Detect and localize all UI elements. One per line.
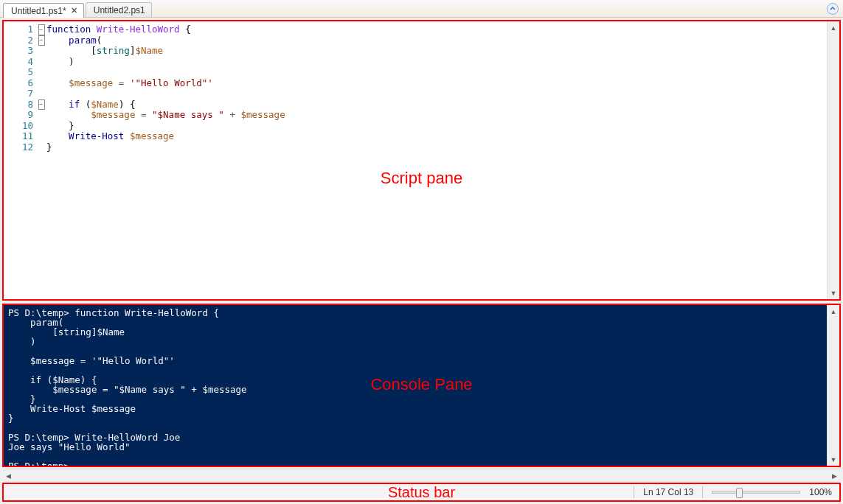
zoom-slider[interactable] [712, 491, 800, 494]
fold-toggle[interactable]: − [38, 24, 45, 35]
scroll-right-icon[interactable]: ▶ [828, 469, 841, 482]
editor-vertical-scrollbar[interactable]: ▲ ▼ [827, 21, 839, 299]
tab-untitled1[interactable]: Untitled1.ps1* ✕ [3, 3, 84, 18]
divider [702, 486, 703, 498]
scroll-left-icon[interactable]: ◀ [2, 469, 15, 482]
scroll-down-icon[interactable]: ▼ [828, 287, 839, 299]
cursor-position: Ln 17 Col 13 [643, 487, 693, 497]
scroll-track[interactable] [828, 318, 839, 453]
console-horizontal-scrollbar[interactable]: ◀ ▶ [2, 469, 841, 481]
line-number-gutter: 123456789101112 [4, 21, 36, 299]
expand-collapse-toggle[interactable] [827, 3, 839, 15]
console-vertical-scrollbar[interactable]: ▲ ▼ [827, 305, 839, 466]
code-content[interactable]: function Write-HelloWord { param( [strin… [46, 21, 827, 299]
zoom-level: 100% [809, 487, 832, 497]
code-editor[interactable]: 123456789101112 −−− function Write-Hello… [4, 21, 827, 299]
tab-label: Untitled1.ps1* [11, 6, 66, 16]
tab-untitled2[interactable]: Untitled2.ps1 [86, 2, 152, 17]
fold-toggle[interactable]: − [38, 35, 45, 46]
divider [634, 486, 634, 498]
status-bar: Status bar Ln 17 Col 13 100% [2, 483, 841, 502]
tab-label: Untitled2.ps1 [94, 5, 145, 15]
zoom-thumb[interactable] [736, 488, 743, 498]
close-icon[interactable]: ✕ [71, 6, 77, 15]
scroll-track[interactable] [15, 469, 828, 481]
tab-bar: Untitled1.ps1* ✕ Untitled2.ps1 [0, 0, 843, 18]
scroll-up-icon[interactable]: ▲ [828, 21, 839, 34]
fold-column: −−− [36, 21, 46, 299]
scroll-track[interactable] [828, 34, 839, 287]
console-output[interactable]: PS D:\temp> function Write-HelloWord { p… [4, 305, 827, 466]
script-pane: 123456789101112 −−− function Write-Hello… [2, 20, 841, 301]
status-bar-annotation: Status bar [388, 484, 455, 501]
scroll-down-icon[interactable]: ▼ [828, 453, 839, 466]
console-pane: PS D:\temp> function Write-HelloWord { p… [2, 304, 841, 467]
scroll-up-icon[interactable]: ▲ [828, 305, 839, 318]
fold-toggle[interactable]: − [38, 99, 45, 111]
